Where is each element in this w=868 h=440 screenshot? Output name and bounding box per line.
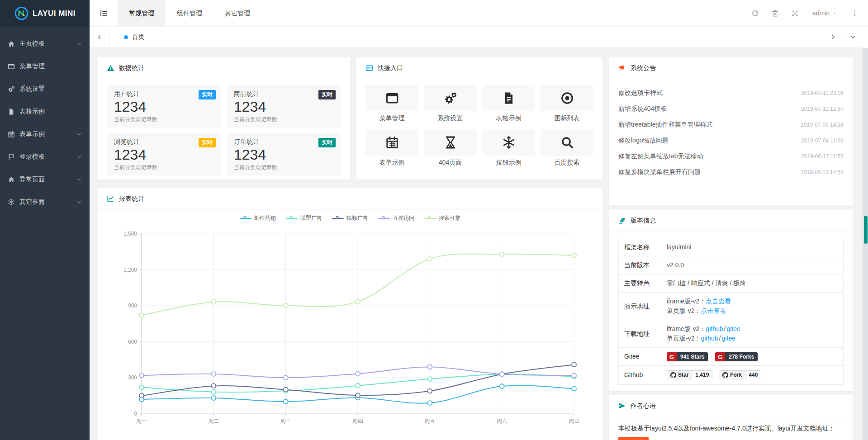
page-scrollbar-track	[863, 48, 868, 440]
stat-card-desc: 当前分类总记录数	[114, 164, 214, 171]
sidebar-item[interactable]: 其它界面	[0, 191, 90, 213]
sidebar-item[interactable]: 表格示例	[0, 100, 90, 123]
notice-date: 2019-06-17 11:55	[801, 153, 844, 160]
legend-item[interactable]: 搜索引擎	[424, 214, 460, 222]
legend-item[interactable]: 直接访问	[378, 214, 414, 222]
clear-cache-trash-icon[interactable]	[765, 0, 785, 27]
sidebar-item-label: 系统设置	[19, 85, 82, 93]
quick-entry-label: 图标列表	[541, 114, 593, 123]
svg-text:300: 300	[128, 374, 137, 381]
sidebar-item[interactable]: 主页模板	[0, 33, 90, 55]
legend-item[interactable]: 视频广告	[332, 214, 368, 222]
stat-card: 用户统计1234当前分类总记录数实时	[107, 85, 221, 128]
chevron-down-icon	[76, 132, 82, 137]
table-row: 框架名称 layuimini	[619, 238, 844, 256]
quick-entry-label: 菜单管理	[365, 114, 418, 123]
quick-entry-item[interactable]: 表格示例	[482, 85, 535, 123]
user-menu[interactable]: admin	[805, 9, 844, 17]
home-icon	[8, 40, 15, 47]
page-tabbar: 首页	[90, 27, 863, 48]
dl-github-link[interactable]: github	[706, 325, 723, 332]
topnav-tab[interactable]: 组件管理	[166, 0, 213, 27]
svg-text:周二: 周二	[208, 418, 219, 424]
svg-text:0: 0	[134, 411, 137, 417]
sidebar-item[interactable]: 系统设置	[0, 78, 90, 100]
gitee-stars-badge[interactable]: G941 Stars	[667, 352, 708, 361]
topnav-tab[interactable]: 其它管理	[213, 0, 261, 27]
quick-entry-item[interactable]: 系统设置	[424, 85, 477, 123]
legend-circle	[243, 216, 247, 219]
svg-text:1,500: 1,500	[123, 231, 137, 237]
home-icon	[8, 176, 15, 183]
panel-report-chart: 报表统计 邮件营销联盟广告视频广告直接访问搜索引擎 03006009001,20…	[97, 188, 603, 440]
window-icon	[385, 91, 399, 105]
panel-title: 作者心语	[631, 402, 656, 410]
legend-label: 邮件营销	[254, 214, 276, 222]
legend-marker	[240, 216, 251, 221]
notice-text: 修复左侧菜单缩放tab无法移动	[618, 152, 703, 161]
dl-github-link[interactable]: github	[701, 335, 718, 342]
quick-entry-item[interactable]: 404页面	[424, 129, 477, 167]
tab-scroll-right-icon[interactable]	[823, 27, 843, 47]
refresh-icon[interactable]	[745, 0, 765, 27]
github-star-badge[interactable]: Star1,419	[667, 370, 712, 380]
quick-entry-icon-box	[365, 85, 418, 111]
sidebar-item[interactable]: 异常页面	[0, 168, 90, 191]
quick-entry-item[interactable]: 菜单管理	[365, 85, 418, 123]
legend-marker	[286, 216, 298, 221]
sidebar-item[interactable]: 表单示例	[0, 123, 90, 146]
legend-item[interactable]: 邮件营销	[240, 214, 276, 222]
asterisk-icon	[8, 199, 15, 206]
gitee-forks-badge[interactable]: G278 Forks	[715, 352, 758, 361]
quick-grid: 菜单管理系统设置表格示例图标列表表单示例404页面按钮示例百度搜索	[356, 79, 602, 173]
chevron-down-icon	[76, 154, 82, 160]
legend-item[interactable]: 联盟广告	[286, 214, 322, 222]
separator: /	[719, 335, 721, 342]
table-row: 当前版本 v2.0.0	[619, 256, 844, 274]
tab-home-label: 首页	[132, 33, 145, 41]
quick-entry-icon-box	[541, 85, 593, 111]
quick-entry-icon-box	[482, 129, 535, 156]
page-scrollbar-thumb[interactable]	[864, 216, 868, 244]
fullscreen-icon[interactable]	[785, 0, 805, 27]
stats-grid: 用户统计1234当前分类总记录数实时商品统计1234当前分类总记录数实时浏览统计…	[98, 79, 350, 180]
stat-card: 商品统计1234当前分类总记录数实时	[227, 85, 341, 128]
quick-entry-item[interactable]: 按钮示例	[482, 129, 535, 167]
collapse-sidebar-icon[interactable]	[90, 0, 118, 27]
notice-date: 2019-07-11 23:06	[801, 90, 844, 96]
layui-doc-button[interactable]: layui文档	[618, 437, 649, 440]
stat-card-desc: 当前分类总记录数	[114, 116, 214, 123]
svg-text:周日: 周日	[569, 418, 579, 424]
table-row: 演示地址 iframe版-v2：点击查看 单页版-v2：点击查看	[619, 293, 844, 320]
demo-link-iframe[interactable]: 点击查看	[706, 298, 731, 305]
quick-entry-item[interactable]: 表单示例	[365, 129, 418, 167]
tab-scroll-left-icon[interactable]	[90, 27, 109, 47]
quick-entry-item[interactable]: 图标列表	[541, 85, 593, 123]
flag-icon	[8, 153, 15, 161]
file-icon	[502, 91, 516, 105]
search-icon	[560, 136, 574, 149]
dl-gitee-link[interactable]: gitee	[726, 325, 740, 332]
github-fork-badge[interactable]: Fork440	[719, 370, 761, 380]
tab-home[interactable]: 首页	[109, 27, 159, 47]
file-icon	[8, 108, 15, 115]
row-value: v2.0.0	[661, 256, 844, 274]
svg-text:600: 600	[128, 339, 137, 345]
panel-title: 数据统计	[119, 64, 144, 72]
tab-options-icon[interactable]	[843, 27, 863, 47]
quick-entry-icon-box	[482, 85, 535, 111]
demo-link-single[interactable]: 点击查看	[701, 307, 726, 314]
window-icon	[8, 63, 15, 70]
dl-gitee-link[interactable]: gitee	[722, 335, 735, 342]
sidebar-item[interactable]: 菜单管理	[0, 55, 90, 78]
panel-version-info: 版本信息 框架名称 layuimini 当前版本 v2.0.0 主要特色 零门槛…	[609, 209, 853, 391]
panel-header: 系统公告	[609, 57, 853, 79]
row-label: 主要特色	[619, 274, 661, 293]
sidebar-item[interactable]: 登录模板	[0, 146, 90, 168]
more-vertical-icon[interactable]	[844, 0, 864, 27]
topnav-tab[interactable]: 常规管理	[118, 0, 166, 27]
table-row: 主要特色 零门槛 / 响应式 / 清爽 / 极简	[619, 274, 844, 293]
quick-entry-item[interactable]: 百度搜索	[541, 129, 593, 167]
chevron-down-icon	[76, 41, 82, 47]
quick-entry-label: 百度搜索	[541, 159, 593, 167]
